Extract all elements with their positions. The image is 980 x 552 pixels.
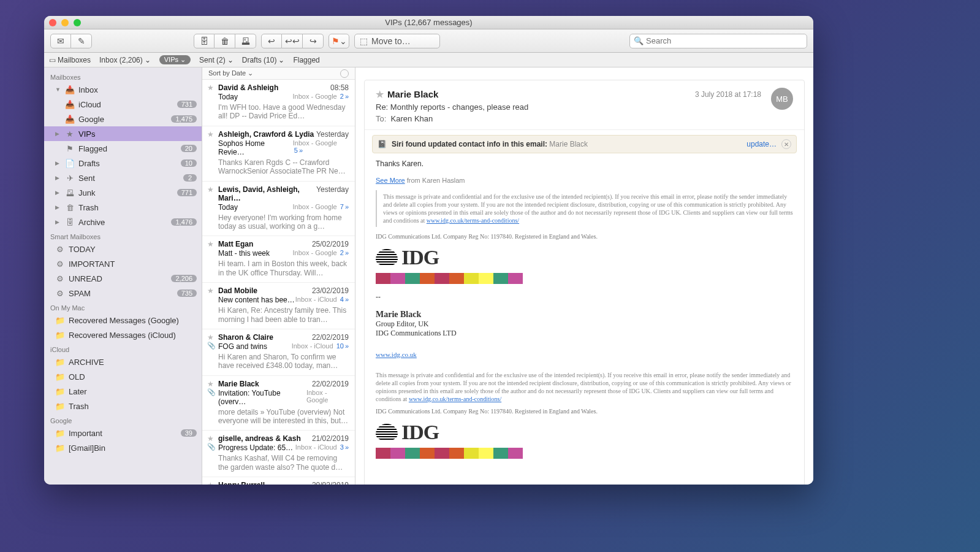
sidebar-archive[interactable]: ▶🗄Archive1,476 bbox=[44, 215, 202, 229]
site-link[interactable]: www.idg.co.uk bbox=[376, 351, 417, 358]
message-item[interactable]: ★📎Sharon & Claire22/02/2019FOG and twins… bbox=[202, 329, 355, 376]
favbar-inbox[interactable]: Inbox (2,206) ⌄ bbox=[99, 56, 151, 64]
message-item[interactable]: ★David & Ashleigh08:58TodayInbox - Googl… bbox=[202, 80, 355, 126]
sidebar-important[interactable]: ⚙IMPORTANT bbox=[44, 256, 202, 271]
sidebar-unread[interactable]: ⚙UNREAD2,206 bbox=[44, 271, 202, 286]
star-icon[interactable]: ★ bbox=[207, 434, 214, 443]
star-icon[interactable]: ★ bbox=[207, 286, 214, 295]
gear-icon: ⚙ bbox=[55, 274, 65, 283]
sidebar-google-important[interactable]: 📁Important39 bbox=[44, 426, 202, 440]
close-icon[interactable]: ✕ bbox=[781, 139, 791, 149]
star-icon[interactable]: ★ bbox=[207, 380, 214, 388]
see-more-link[interactable]: See More bbox=[376, 177, 405, 184]
search-input[interactable] bbox=[646, 36, 803, 45]
sidebar-icloud-trash[interactable]: 📁Trash bbox=[44, 399, 202, 413]
sidebar-vips[interactable]: ▶★VIPs bbox=[44, 126, 202, 141]
message-item[interactable]: ★📎Henry Burrell20/02/2019S10 spec sheet … bbox=[202, 477, 355, 485]
star-icon[interactable]: ★ bbox=[207, 481, 214, 485]
sidebar-recovered-google[interactable]: 📁Recovered Messages (Google) bbox=[44, 313, 202, 328]
sidebar-inbox-icloud[interactable]: 📥iCloud731 bbox=[44, 97, 202, 112]
gear-icon: ⚙ bbox=[55, 289, 65, 298]
contact-card-icon: 📓 bbox=[378, 140, 387, 148]
archive-icon: 🗄 bbox=[65, 218, 75, 227]
sidebar-drafts[interactable]: ▶📄Drafts10 bbox=[44, 156, 202, 171]
message-reader: ★Marie Black Re: Monthly reports - chang… bbox=[355, 67, 813, 485]
message-item[interactable]: ★📎Marie Black22/02/2019Invitation: YouTu… bbox=[202, 376, 355, 431]
folder-icon: 📁 bbox=[55, 387, 65, 396]
sidebar-icloud-old[interactable]: 📁OLD bbox=[44, 369, 202, 384]
message-item[interactable]: ★Dad Mobile23/02/2019New content has bee… bbox=[202, 283, 355, 329]
folder-icon: 📁 bbox=[55, 429, 65, 438]
sidebar-trash[interactable]: ▶🗑Trash bbox=[44, 200, 202, 215]
titlebar: VIPs (12,667 messages) bbox=[44, 16, 813, 29]
terms-link[interactable]: www.idg.co.uk/terms-and-conditions/ bbox=[409, 396, 501, 402]
favbar-mailboxes[interactable]: ▭ Mailboxes bbox=[49, 56, 91, 64]
color-bar bbox=[376, 273, 523, 284]
folder-icon: 📁 bbox=[55, 372, 65, 381]
sidebar-inbox[interactable]: ▼📥Inbox bbox=[44, 82, 202, 97]
star-icon[interactable]: ★ bbox=[207, 185, 214, 194]
mail-window: VIPs (12,667 messages) ✉︎ ✎ 🗄 🗑 🗳 ↩ ↩↩ ↪… bbox=[44, 16, 813, 485]
search-field[interactable]: 🔍 bbox=[629, 34, 807, 48]
star-icon[interactable]: ★ bbox=[207, 83, 214, 92]
star-icon[interactable]: ★ bbox=[207, 240, 214, 248]
move-to-button[interactable]: ⬚ Move to… bbox=[354, 34, 440, 48]
compose-button[interactable]: ✉︎ bbox=[50, 34, 71, 48]
folder-icon: 📁 bbox=[55, 443, 65, 453]
folder-icon: 📁 bbox=[55, 402, 65, 411]
sidebar-today[interactable]: ⚙TODAY bbox=[44, 242, 202, 256]
update-contact-button[interactable]: update… bbox=[746, 140, 777, 148]
from-name: Marie Black bbox=[387, 89, 438, 99]
message-item[interactable]: ★Ashleigh, Crawford & LydiaYesterdaySoph… bbox=[202, 126, 355, 182]
sidebar-flagged[interactable]: ⚑Flagged20 bbox=[44, 141, 202, 156]
to-name: Karen Khan bbox=[391, 114, 433, 123]
star-icon: ★ bbox=[65, 129, 75, 139]
section-google: Google bbox=[44, 413, 202, 426]
section-mailboxes: Mailboxes bbox=[44, 70, 202, 82]
sidebar-inbox-google[interactable]: 📥Google1,475 bbox=[44, 112, 202, 126]
sidebar-icloud-later[interactable]: 📁Later bbox=[44, 384, 202, 399]
junk-button[interactable]: 🗳 bbox=[235, 34, 256, 48]
sidebar-junk[interactable]: ▶🗳Junk771 bbox=[44, 185, 202, 200]
sidebar-icloud-archive[interactable]: 📁ARCHIVE bbox=[44, 355, 202, 369]
star-icon[interactable]: ★ bbox=[207, 333, 214, 342]
sort-header[interactable]: Sort by Date ⌄ bbox=[202, 67, 355, 80]
favbar-drafts[interactable]: Drafts (10) ⌄ bbox=[242, 56, 285, 64]
section-icloud: iCloud bbox=[44, 342, 202, 355]
sidebar-spam[interactable]: ⚙SPAM735 bbox=[44, 286, 202, 301]
terms-link[interactable]: www.idg.co.uk/terms-and-conditions/ bbox=[427, 217, 519, 224]
message-list: Sort by Date ⌄ ★David & Ashleigh08:58Tod… bbox=[202, 67, 355, 485]
filter-icon[interactable] bbox=[340, 69, 349, 78]
new-note-button[interactable]: ✎ bbox=[71, 34, 92, 48]
message-item[interactable]: ★Lewis, David, Ashleigh, Mari…YesterdayT… bbox=[202, 182, 355, 237]
archive-button[interactable]: 🗄 bbox=[194, 34, 215, 48]
inbox-icon: ⬚ bbox=[360, 36, 368, 46]
attachment-icon: 📎 bbox=[207, 443, 216, 451]
siri-contact-bar: 📓 Siri found updated contact info in thi… bbox=[372, 135, 797, 153]
message-item[interactable]: ★📎giselle, andreas & Kash21/02/2019Progr… bbox=[202, 431, 355, 477]
favbar-vips[interactable]: VIPs ⌄ bbox=[159, 55, 191, 64]
message-item[interactable]: ★Matt Egan25/02/2019Matt - this weekInbo… bbox=[202, 236, 355, 283]
reply-button[interactable]: ↩ bbox=[261, 34, 282, 48]
flag-button[interactable]: ⚑⌄ bbox=[329, 34, 349, 48]
star-icon[interactable]: ★ bbox=[207, 130, 214, 139]
flag-icon: ⚑ bbox=[65, 144, 75, 153]
star-icon[interactable]: ★ bbox=[376, 89, 384, 99]
avatar: MB bbox=[771, 88, 793, 110]
attachment-icon: 📎 bbox=[207, 342, 216, 350]
reader-subject: Re: Monthly reports - changes, please re… bbox=[376, 102, 793, 112]
sidebar-sent[interactable]: ▶✈Sent2 bbox=[44, 171, 202, 185]
reply-all-button[interactable]: ↩↩ bbox=[282, 34, 303, 48]
folder-icon: 📁 bbox=[55, 316, 65, 325]
color-bar bbox=[376, 448, 523, 459]
forward-button[interactable]: ↪ bbox=[303, 34, 324, 48]
sidebar: Mailboxes ▼📥Inbox 📥iCloud731 📥Google1,47… bbox=[44, 67, 202, 485]
sidebar-google-bin[interactable]: 📁[Gmail]Bin bbox=[44, 440, 202, 455]
favbar-sent[interactable]: Sent (2) ⌄ bbox=[199, 56, 234, 64]
favorites-bar: ▭ Mailboxes Inbox (2,206) ⌄ VIPs ⌄ Sent … bbox=[44, 53, 813, 67]
delete-button[interactable]: 🗑 bbox=[215, 34, 235, 48]
favbar-flagged[interactable]: Flagged bbox=[293, 56, 319, 64]
reader-date: 3 July 2018 at 17:18 bbox=[695, 90, 761, 99]
sidebar-recovered-icloud[interactable]: 📁Recovered Messages (iCloud) bbox=[44, 328, 202, 342]
document-icon: 📄 bbox=[65, 159, 75, 168]
